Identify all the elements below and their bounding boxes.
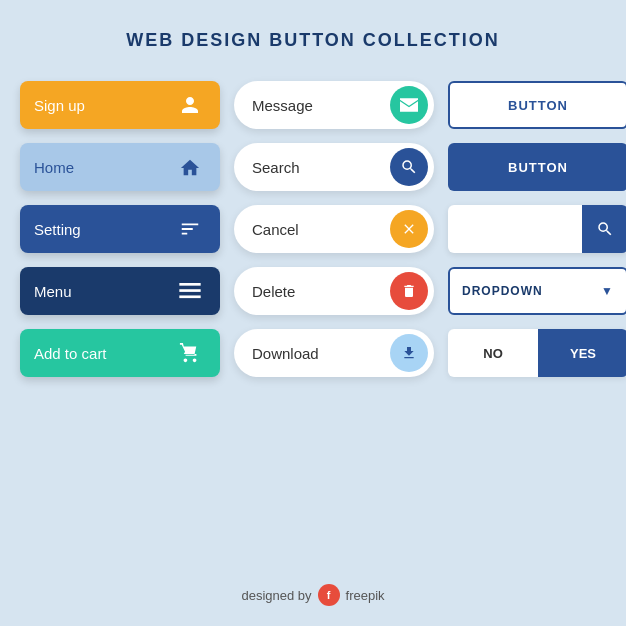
download-label: Download (252, 345, 319, 362)
cancel-button[interactable]: Cancel (234, 205, 434, 253)
button-outline-1-label: BUTTON (508, 98, 568, 113)
chevron-down-icon: ▼ (601, 284, 614, 298)
svg-rect-0 (179, 283, 200, 286)
delete-icon (390, 272, 428, 310)
download-button[interactable]: Download (234, 329, 434, 377)
menu-icon (174, 275, 206, 307)
page-title: WEB DESIGN BUTTON COLLECTION (126, 30, 500, 51)
brand-name: freepik (346, 588, 385, 603)
search-label: Search (252, 159, 300, 176)
menu-button[interactable]: Menu (20, 267, 220, 315)
home-button[interactable]: Home (20, 143, 220, 191)
search-icon (390, 148, 428, 186)
setting-label: Setting (34, 221, 81, 238)
home-label: Home (34, 159, 74, 176)
footer: designed by f freepik (241, 568, 384, 606)
user-icon (174, 89, 206, 121)
search-button[interactable]: Search (234, 143, 434, 191)
settings-icon (174, 213, 206, 245)
setting-button[interactable]: Setting (20, 205, 220, 253)
svg-rect-2 (179, 295, 200, 298)
sign-up-button[interactable]: Sign up (20, 81, 220, 129)
button-outline-1[interactable]: BUTTON (448, 81, 626, 129)
button-solid-2[interactable]: BUTTON (448, 143, 626, 191)
download-icon (390, 334, 428, 372)
home-icon (174, 151, 206, 183)
yes-button[interactable]: YES (538, 329, 626, 377)
message-label: Message (252, 97, 313, 114)
cancel-icon (390, 210, 428, 248)
button-solid-2-label: BUTTON (508, 160, 568, 175)
sign-up-label: Sign up (34, 97, 85, 114)
message-button[interactable]: Message (234, 81, 434, 129)
search-box-button[interactable] (582, 205, 626, 253)
add-to-cart-label: Add to cart (34, 345, 107, 362)
yes-no-button[interactable]: NO YES (448, 329, 626, 377)
menu-label: Menu (34, 283, 72, 300)
delete-label: Delete (252, 283, 295, 300)
message-icon (390, 86, 428, 124)
button-grid: Sign up Message BUTTON Home Search BUTTO… (20, 81, 606, 377)
search-box[interactable] (448, 205, 626, 253)
add-to-cart-button[interactable]: Add to cart (20, 329, 220, 377)
footer-text: designed by (241, 588, 311, 603)
cart-icon (174, 337, 206, 369)
dropdown-label: DROPDOWN (462, 284, 543, 298)
delete-button[interactable]: Delete (234, 267, 434, 315)
freepik-logo: f (318, 584, 340, 606)
svg-rect-1 (179, 289, 200, 292)
cancel-label: Cancel (252, 221, 299, 238)
no-button[interactable]: NO (448, 346, 538, 361)
dropdown-button[interactable]: DROPDOWN ▼ (448, 267, 626, 315)
